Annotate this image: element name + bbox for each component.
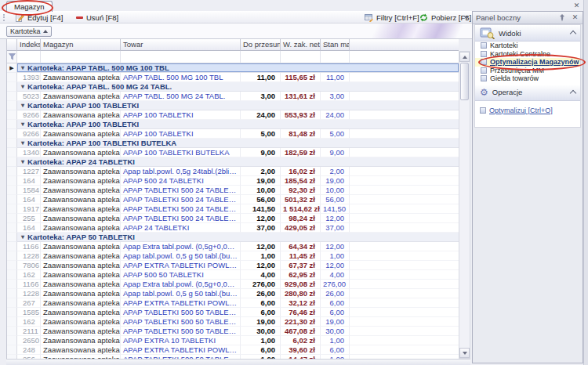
group-row[interactable]: ▾Kartoteka: APAP TABL. 500 MG 24 TABL. — [7, 82, 459, 92]
column-header-indeks[interactable]: Indeks — [17, 39, 41, 51]
filter-cell-stan[interactable] — [321, 51, 350, 63]
table-row[interactable]: 267Zaawansowana apteka 15APAP EXTRA TABL… — [7, 298, 459, 308]
filter-cell-przes[interactable] — [241, 51, 281, 63]
group-collapse-icon[interactable]: ▾ — [21, 233, 24, 242]
table-row[interactable]: 1166Zaawansowana apteka 3Apap Extra tabl… — [7, 242, 459, 251]
group-collapse-icon[interactable]: ▾ — [21, 139, 24, 148]
delete-button[interactable]: Usuń [F8] — [76, 13, 118, 23]
filter-cell-indeks[interactable] — [17, 51, 41, 63]
edit-button[interactable]: Edytuj [F4] — [16, 13, 63, 23]
group-collapse-icon[interactable]: ▾ — [21, 101, 24, 110]
cell-stan: 56,00 — [321, 195, 350, 204]
group-row[interactable]: ▾Kartoteka: APAP 50 TABLETKI — [7, 233, 459, 242]
toolbar: Edytuj [F4] Usuń [F8] Filtry [Ctrl+F] Po… — [0, 11, 472, 23]
group-collapse-icon[interactable]: ▾ — [21, 63, 24, 73]
panel-close-icon[interactable]: ✕ — [571, 13, 579, 23]
column-header-magazyn[interactable]: Magazyn — [41, 39, 121, 51]
table-row[interactable]: 1228Zaawansowana apteka 3Apap tabl.powl.… — [7, 251, 459, 261]
cell-stan: 3,00 — [321, 92, 350, 101]
sidebar-item-kartoteki-centralne[interactable]: Kartoteki Centralne — [475, 50, 580, 59]
table-row[interactable]: 248Zaawansowana apteka 18APAP EXTRA TABL… — [7, 345, 459, 355]
column-header-netto[interactable]: W. zak. netto — [281, 39, 321, 51]
cell-magazyn: Zaawansowana apteka 6 — [41, 110, 121, 120]
scroll-up-button[interactable] — [459, 52, 470, 62]
group-row[interactable]: ▾Kartoteka: APAP 100 TABLETKI BUTELKA — [7, 139, 459, 148]
filter-cell-netto[interactable] — [281, 51, 321, 63]
toolbar-grip[interactable] — [3, 14, 6, 21]
cell-przes: 11,00 — [241, 73, 281, 82]
table-row[interactable]: 164Zaawansowana apteka 17APAP 24 TABLETK… — [7, 223, 459, 233]
notebook-icon — [480, 107, 486, 114]
group-collapse-icon[interactable]: ▾ — [21, 120, 24, 129]
optimize-link[interactable]: Optymalizuj [Ctrl+O] — [475, 106, 580, 115]
group-row[interactable]: ▾Kartoteka: APAP 24 TABLETKI — [7, 157, 459, 167]
table-row[interactable]: 7806Zaawansowana apteka 14APAP EXTRA TAB… — [7, 261, 459, 270]
column-header-przes[interactable]: Do przesunięcia — [241, 39, 281, 51]
table-row[interactable]: 13935Zaawansowana apteka 6APAP TABL. 500… — [7, 73, 459, 82]
scrollbar-thumb[interactable] — [460, 63, 469, 100]
row-indicator — [7, 251, 17, 261]
table-row[interactable]: 2111Zaawansowana apteka 16APAP TABLETKI … — [7, 327, 459, 336]
horizontal-scrollbar[interactable] — [6, 359, 470, 365]
cell-magazyn: Zaawansowana apteka 16 — [41, 204, 121, 214]
cell-towar: APAP TABLETKI 500 24 TABLETKI — [121, 195, 241, 204]
table-row[interactable]: 255Zaawansowana apteka 18APAP TABLETKI 5… — [7, 214, 459, 223]
cell-magazyn: Zaawansowana apteka 3 — [41, 167, 121, 176]
cell-przes: 24,00 — [241, 110, 281, 120]
table-row[interactable]: 2650Zaawansowana apteka 16APAP EXTRA 10 … — [7, 336, 459, 345]
groupby-kartoteka-button[interactable]: Kartoteka — [6, 26, 52, 37]
sidebar-item-przesuni-cia-mm[interactable]: Przesunięcia MM — [475, 67, 580, 75]
group-row[interactable]: ▶▾Kartoteka: APAP TABL. 500 MG 100 TBL — [7, 63, 459, 73]
sidebar-item-gie-da-towar-w[interactable]: Giełda towarów — [475, 74, 580, 83]
table-row[interactable]: 1227Zaawansowana apteka 3Apap tabl.powl.… — [7, 167, 459, 176]
tab-magazyn[interactable]: Magazyn — [6, 1, 53, 12]
table-row[interactable]: 164Zaawansowana apteka 4APAP TABLETKI 50… — [7, 195, 459, 204]
side-panel-body: Widoki KartotekiKartoteki CentralneOptym… — [474, 24, 581, 128]
filter-cell-towar[interactable] — [121, 51, 241, 63]
vertical-scrollbar[interactable] — [459, 51, 470, 359]
views-icon — [480, 27, 495, 39]
operations-section-header[interactable]: ⚙ Operacje — [475, 85, 580, 101]
table-row[interactable]: 162Zaawansowana apteka 4APAP TABLETKI 50… — [7, 317, 459, 327]
table-row[interactable]: 5023Zaawansowana apteka 6APAP TABL. 500 … — [7, 92, 459, 101]
table-row[interactable]: 9266Zaawansowana apteka 5APAP 100 TABLET… — [7, 129, 459, 139]
cell-stan: 19,00 — [321, 317, 350, 327]
table-row[interactable]: 13403Zaawansowana apteka 17APAP 100 TABL… — [7, 148, 459, 157]
column-header-stan[interactable]: Stan mag. — [321, 39, 350, 51]
cell-filler — [350, 223, 459, 233]
table-row[interactable]: 9266Zaawansowana apteka 6APAP 100 TABLET… — [7, 110, 459, 120]
cell-przes: 10,00 — [241, 186, 281, 195]
table-row[interactable]: 1584Zaawansowana apteka 15APAP TABLETKI … — [7, 186, 459, 195]
sidebar-item-kartoteki[interactable]: Kartoteki — [475, 42, 580, 50]
cell-indeks: 164 — [17, 176, 41, 186]
cell-magazyn: Zaawansowana apteka 18 — [41, 345, 121, 355]
group-collapse-icon[interactable]: ▾ — [21, 157, 24, 167]
column-header-towar[interactable]: Towar — [121, 39, 241, 51]
filter-cell-magazyn[interactable] — [41, 51, 121, 63]
group-collapse-icon[interactable]: ▾ — [21, 82, 24, 92]
cell-stan: 4,00 — [321, 270, 350, 280]
close-icon[interactable]: ✕ — [572, 1, 582, 10]
sidebar-item-optymalizacja-magazyn-w[interactable]: Optymalizacja Magazynów — [475, 58, 580, 67]
cell-filler — [350, 336, 459, 345]
group-row[interactable]: ▾Kartoteka: APAP 100 TABLETKI — [7, 101, 459, 110]
filters-button[interactable]: Filtry [Ctrl+F] — [365, 13, 419, 23]
table-row[interactable]: 1166Zaawansowana apteka 6Apap Extra tabl… — [7, 280, 459, 289]
table-row[interactable]: 1585Zaawansowana apteka 15APAP TABLETKI … — [7, 308, 459, 317]
table-row[interactable]: 1228Zaawansowana apteka 6Apap tabl.powl.… — [7, 289, 459, 298]
scroll-down-button[interactable] — [459, 348, 470, 358]
table-row[interactable]: 162Zaawansowana apteka 14APAP 500 50 TAB… — [7, 270, 459, 280]
pin-icon[interactable] — [559, 14, 568, 22]
cell-stan: 5,00 — [321, 129, 350, 139]
cell-towar: APAP 500 50 TABLETKI — [121, 270, 241, 280]
table-row[interactable]: 164Zaawansowana apteka 14APAP 500 24 TAB… — [7, 176, 459, 186]
row-indicator — [7, 317, 17, 327]
views-section-header[interactable]: Widoki — [475, 25, 580, 42]
fetch-dropdown[interactable] — [464, 13, 469, 23]
cell-netto: 11,45 zł — [281, 251, 321, 261]
cell-filler — [350, 327, 459, 336]
groupby-label: Kartoteka — [10, 27, 41, 35]
table-row[interactable]: 1917Zaawansowana apteka 16APAP TABLETKI … — [7, 204, 459, 214]
grid-filter-row[interactable] — [7, 51, 459, 63]
group-row[interactable]: ▾Kartoteka: APAP 100 TABLETKI — [7, 120, 459, 129]
